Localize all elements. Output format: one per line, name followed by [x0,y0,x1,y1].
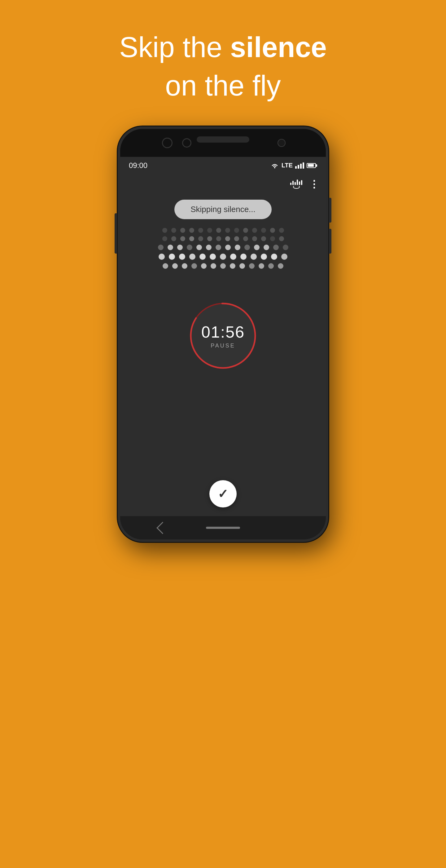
dot [271,254,277,260]
check-button[interactable]: ✓ [209,480,237,507]
dot [279,236,284,241]
speaker-grille [197,136,249,143]
waveform-smile-icon[interactable] [290,180,302,189]
dot [235,245,240,250]
wifi-icon [270,162,279,168]
dot [261,228,266,233]
dot [198,236,203,241]
dot [254,245,260,250]
dot [279,228,284,233]
page-wrapper: Skip the silence on the fly 09:00 [0,0,446,868]
header-section: Skip the silence on the fly [0,0,446,126]
dot [270,236,275,241]
dot [171,228,176,233]
dot [200,254,206,260]
timer-action-label: PAUSE [201,342,245,349]
check-mark-icon: ✓ [218,487,228,501]
dot [252,236,257,241]
dots-row-3 [158,245,288,250]
dot [172,263,178,269]
dot [239,263,245,269]
nav-back-button[interactable] [157,522,169,534]
signal-bars [295,162,304,168]
dot [169,254,175,260]
timer-time-display: 01:56 [201,322,245,341]
dot [250,254,257,260]
dot [261,236,266,241]
dot [207,228,212,233]
dot [225,236,230,241]
dot [261,254,267,260]
dot [225,245,231,250]
dot [281,254,287,260]
signal-bar-1 [295,166,297,168]
dot [168,245,173,250]
dot [234,236,239,241]
skipping-silence-pill: Skipping silence... [174,199,272,219]
volume-up-button[interactable] [329,198,332,223]
dot [216,236,221,241]
waveform-visualization [129,225,318,272]
more-options-button[interactable]: ⋮ [309,178,319,190]
timer-button[interactable]: 01:56 PAUSE [189,302,257,370]
power-button[interactable] [114,213,117,254]
dot [159,254,165,260]
dot [162,236,167,241]
timer-section: 01:56 PAUSE [120,287,326,384]
dot [211,263,216,269]
dot [243,236,248,241]
dot [179,254,185,260]
app-toolbar: ⋮ [120,174,326,194]
phone-top-notch [120,129,326,157]
phone-wrapper: 09:00 LTE [118,126,328,542]
dot [182,263,187,269]
front-camera-left [162,137,173,148]
phone-frame: 09:00 LTE [118,126,328,542]
header-bold: silence [230,31,327,63]
dot [240,254,246,260]
signal-bar-4 [303,162,304,168]
dot [278,263,283,269]
dot [158,245,164,250]
dot [249,263,254,269]
dot [206,245,211,250]
skipping-pill-wrapper: Skipping silence... [120,199,326,219]
dot [243,228,248,233]
signal-bar-2 [298,165,299,168]
phone-screen: 09:00 LTE [120,157,326,516]
dot [210,254,216,260]
dot [201,263,207,269]
dot [230,263,235,269]
dot [252,228,257,233]
header-line2: on the fly [165,70,281,101]
status-time: 09:00 [129,161,147,170]
dot [268,263,274,269]
status-bar: 09:00 LTE [120,157,326,174]
dot [230,254,236,260]
dots-row-4 [159,254,287,260]
dots-row-5 [163,263,283,269]
signal-bar-3 [300,164,302,168]
dot [234,228,239,233]
lte-label: LTE [281,162,293,169]
dot [196,245,202,250]
dot [189,254,196,260]
status-icons: LTE [270,162,317,169]
dot [225,228,230,233]
battery-icon [307,163,317,168]
nav-home-pill[interactable] [206,527,240,529]
dot [283,245,288,250]
dot [192,263,197,269]
header-title: Skip the silence on the fly [0,28,446,105]
dot [220,254,226,260]
volume-down-button[interactable] [329,229,332,254]
dot [259,263,264,269]
dot [220,263,226,269]
dot [177,245,183,250]
nav-recents-placeholder [279,524,288,532]
check-button-wrapper: ✓ [120,480,326,507]
dot [216,228,221,233]
skipping-label: Skipping silence... [191,205,255,214]
dot [187,245,192,250]
svg-point-0 [274,167,275,168]
